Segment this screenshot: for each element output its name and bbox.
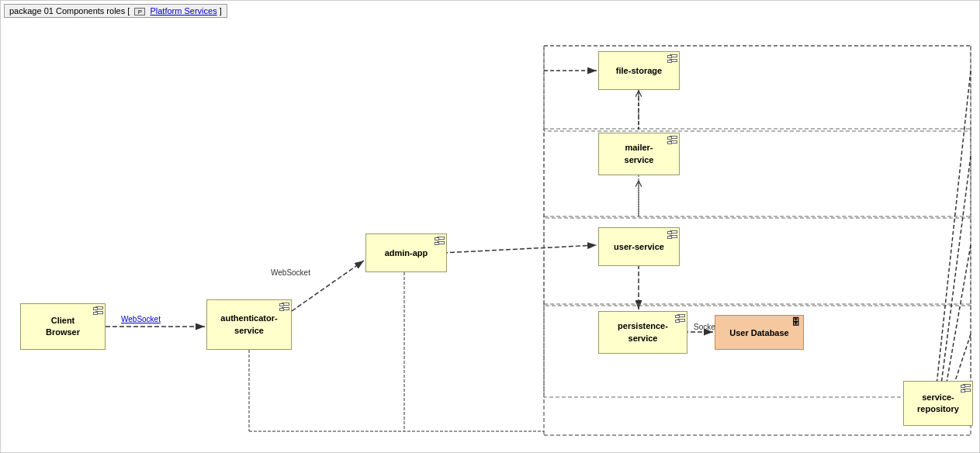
- user-service-icon: [667, 230, 677, 239]
- diagram-arrows: [1, 1, 980, 453]
- svg-line-21: [944, 245, 971, 400]
- diagram-canvas: package 01 Components roles [ P Platform…: [0, 0, 980, 453]
- service-repository-label: service-repository: [917, 392, 959, 416]
- header-breadcrumb: package 01 Components roles [ P Platform…: [4, 4, 227, 18]
- persistence-service-label: persistence-service: [618, 320, 668, 344]
- user-database-box: User Database 🗄: [715, 315, 804, 350]
- mailer-service-label: mailer-service: [625, 142, 654, 166]
- persistence-service-box: persistence-service: [598, 311, 687, 354]
- file-storage-icon: [667, 54, 677, 63]
- database-icon: 🗄: [791, 317, 800, 327]
- svg-line-19: [936, 71, 971, 392]
- user-service-box: user-service: [598, 227, 680, 266]
- websocket-label-2: WebSocket: [271, 268, 310, 277]
- authenticator-service-label: authenticator-service: [220, 313, 277, 337]
- client-browser-label: ClientBrowser: [46, 315, 80, 339]
- client-browser-icon: [92, 306, 103, 315]
- svg-line-20: [940, 156, 971, 396]
- header-close: ]: [220, 6, 222, 16]
- authenticator-service-box: authenticator-service: [206, 299, 292, 350]
- file-storage-box: file-storage: [598, 51, 680, 90]
- svg-line-3: [443, 245, 597, 253]
- service-repository-box: service-repository: [903, 381, 973, 426]
- admin-app-label: admin-app: [385, 248, 428, 258]
- admin-app-box: admin-app: [365, 233, 447, 272]
- mailer-service-icon: [667, 135, 677, 144]
- persistence-service-icon: [674, 313, 685, 323]
- user-database-label: User Database: [729, 328, 788, 337]
- websocket-label-1: WebSocket: [121, 315, 161, 323]
- admin-app-icon: [434, 236, 445, 245]
- pkg-label: Platform Services: [150, 6, 216, 16]
- header-text: package 01 Components roles [: [9, 6, 130, 16]
- client-browser-box: ClientBrowser: [20, 303, 106, 350]
- user-service-label: user-service: [614, 242, 664, 251]
- authenticator-service-icon: [279, 302, 289, 311]
- file-storage-label: file-storage: [616, 66, 662, 75]
- package-icon: P: [134, 8, 145, 16]
- mailer-service-box: mailer-service: [598, 133, 680, 175]
- service-repository-icon: [960, 383, 971, 392]
- socket-label: Socket: [694, 323, 718, 331]
